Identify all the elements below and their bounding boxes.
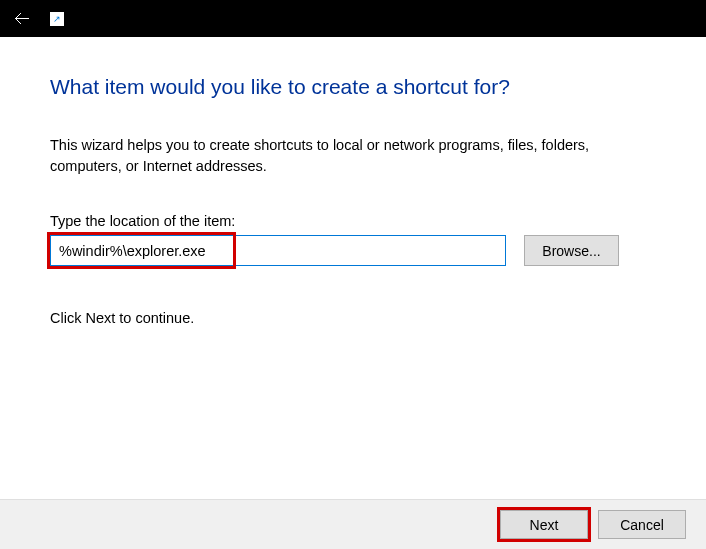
continue-instruction: Click Next to continue.	[50, 310, 656, 326]
next-button[interactable]: Next	[500, 510, 588, 539]
wizard-content: What item would you like to create a sho…	[0, 37, 706, 499]
location-row: Browse...	[50, 235, 656, 266]
cancel-button[interactable]: Cancel	[598, 510, 686, 539]
location-label: Type the location of the item:	[50, 213, 656, 229]
titlebar: 🡠 ↗	[0, 0, 706, 37]
wizard-heading: What item would you like to create a sho…	[50, 75, 656, 99]
wizard-description: This wizard helps you to create shortcut…	[50, 135, 640, 177]
shortcut-wizard-icon: ↗	[50, 12, 64, 26]
next-button-wrapper: Next	[500, 510, 588, 539]
browse-button[interactable]: Browse...	[524, 235, 619, 266]
location-input-wrapper	[50, 235, 506, 266]
location-input[interactable]	[50, 235, 506, 266]
back-arrow-icon[interactable]: 🡠	[14, 10, 30, 28]
wizard-footer: Next Cancel	[0, 499, 706, 549]
